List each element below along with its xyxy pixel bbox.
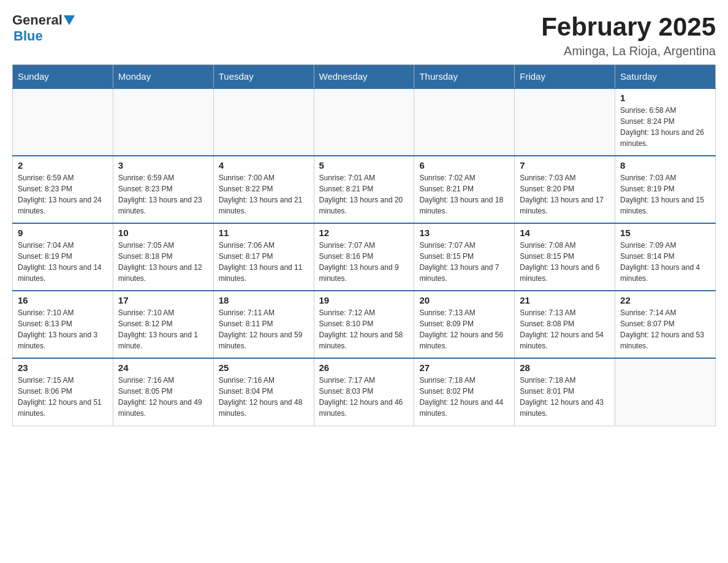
calendar-table: SundayMondayTuesdayWednesdayThursdayFrid… bbox=[12, 64, 716, 426]
svg-marker-0 bbox=[64, 15, 75, 25]
calendar-cell: 17Sunrise: 7:10 AM Sunset: 8:12 PM Dayli… bbox=[113, 291, 213, 358]
day-number: 23 bbox=[18, 362, 108, 373]
calendar-cell: 11Sunrise: 7:06 AM Sunset: 8:17 PM Dayli… bbox=[213, 223, 314, 291]
title-block: February 2025 Aminga, La Rioja, Argentin… bbox=[541, 12, 716, 58]
week-row-2: 2Sunrise: 6:59 AM Sunset: 8:23 PM Daylig… bbox=[13, 156, 716, 223]
calendar-cell: 16Sunrise: 7:10 AM Sunset: 8:13 PM Dayli… bbox=[13, 291, 113, 358]
calendar-cell bbox=[515, 88, 615, 156]
day-info: Sunrise: 6:58 AM Sunset: 8:24 PM Dayligh… bbox=[620, 105, 710, 149]
calendar-cell: 24Sunrise: 7:16 AM Sunset: 8:05 PM Dayli… bbox=[113, 358, 213, 426]
day-number: 25 bbox=[219, 362, 309, 373]
calendar-cell: 5Sunrise: 7:01 AM Sunset: 8:21 PM Daylig… bbox=[314, 156, 414, 223]
day-number: 5 bbox=[319, 160, 409, 170]
day-info: Sunrise: 7:15 AM Sunset: 8:06 PM Dayligh… bbox=[18, 375, 108, 419]
day-number: 15 bbox=[620, 228, 710, 238]
location-title: Aminga, La Rioja, Argentina bbox=[541, 44, 716, 58]
day-info: Sunrise: 7:06 AM Sunset: 8:17 PM Dayligh… bbox=[219, 240, 309, 284]
day-info: Sunrise: 6:59 AM Sunset: 8:23 PM Dayligh… bbox=[18, 172, 108, 216]
day-info: Sunrise: 7:07 AM Sunset: 8:16 PM Dayligh… bbox=[319, 240, 409, 284]
calendar-cell: 1Sunrise: 6:58 AM Sunset: 8:24 PM Daylig… bbox=[615, 88, 716, 156]
day-info: Sunrise: 7:18 AM Sunset: 8:01 PM Dayligh… bbox=[520, 375, 610, 419]
calendar-cell: 9Sunrise: 7:04 AM Sunset: 8:19 PM Daylig… bbox=[13, 223, 113, 291]
calendar-cell: 2Sunrise: 6:59 AM Sunset: 8:23 PM Daylig… bbox=[13, 156, 113, 223]
calendar-cell bbox=[414, 88, 515, 156]
calendar-cell: 12Sunrise: 7:07 AM Sunset: 8:16 PM Dayli… bbox=[314, 223, 414, 291]
day-number: 22 bbox=[620, 295, 710, 305]
day-number: 13 bbox=[419, 228, 509, 238]
day-info: Sunrise: 6:59 AM Sunset: 8:23 PM Dayligh… bbox=[118, 172, 208, 216]
day-number: 27 bbox=[419, 362, 509, 373]
weekday-header-row: SundayMondayTuesdayWednesdayThursdayFrid… bbox=[13, 65, 716, 89]
calendar-cell bbox=[113, 88, 213, 156]
day-info: Sunrise: 7:14 AM Sunset: 8:07 PM Dayligh… bbox=[620, 307, 710, 351]
calendar-cell: 26Sunrise: 7:17 AM Sunset: 8:03 PM Dayli… bbox=[314, 358, 414, 426]
day-info: Sunrise: 7:10 AM Sunset: 8:12 PM Dayligh… bbox=[118, 307, 208, 351]
weekday-header-friday: Friday bbox=[515, 65, 615, 89]
week-row-3: 9Sunrise: 7:04 AM Sunset: 8:19 PM Daylig… bbox=[13, 223, 716, 291]
calendar-cell: 18Sunrise: 7:11 AM Sunset: 8:11 PM Dayli… bbox=[213, 291, 314, 358]
week-row-1: 1Sunrise: 6:58 AM Sunset: 8:24 PM Daylig… bbox=[13, 88, 716, 156]
day-number: 7 bbox=[520, 160, 610, 170]
day-number: 2 bbox=[18, 160, 108, 170]
day-info: Sunrise: 7:18 AM Sunset: 8:02 PM Dayligh… bbox=[419, 375, 509, 419]
day-info: Sunrise: 7:04 AM Sunset: 8:19 PM Dayligh… bbox=[18, 240, 108, 284]
day-number: 1 bbox=[620, 93, 710, 103]
day-info: Sunrise: 7:00 AM Sunset: 8:22 PM Dayligh… bbox=[219, 172, 309, 216]
day-info: Sunrise: 7:12 AM Sunset: 8:10 PM Dayligh… bbox=[319, 307, 409, 351]
day-number: 16 bbox=[18, 295, 108, 305]
day-info: Sunrise: 7:03 AM Sunset: 8:20 PM Dayligh… bbox=[520, 172, 610, 216]
day-number: 28 bbox=[520, 362, 610, 373]
calendar-cell: 3Sunrise: 6:59 AM Sunset: 8:23 PM Daylig… bbox=[113, 156, 213, 223]
logo-triangle-icon bbox=[64, 15, 75, 26]
calendar-cell bbox=[213, 88, 314, 156]
weekday-header-tuesday: Tuesday bbox=[213, 65, 314, 89]
calendar-cell: 14Sunrise: 7:08 AM Sunset: 8:15 PM Dayli… bbox=[515, 223, 615, 291]
page-header: General Blue February 2025 Aminga, La Ri… bbox=[12, 12, 716, 58]
calendar-cell: 21Sunrise: 7:13 AM Sunset: 8:08 PM Dayli… bbox=[515, 291, 615, 358]
day-info: Sunrise: 7:13 AM Sunset: 8:08 PM Dayligh… bbox=[520, 307, 610, 351]
weekday-header-monday: Monday bbox=[113, 65, 213, 89]
calendar-cell bbox=[13, 88, 113, 156]
calendar-cell: 6Sunrise: 7:02 AM Sunset: 8:21 PM Daylig… bbox=[414, 156, 515, 223]
day-number: 18 bbox=[219, 295, 309, 305]
weekday-header-wednesday: Wednesday bbox=[314, 65, 414, 89]
calendar-cell bbox=[314, 88, 414, 156]
day-info: Sunrise: 7:17 AM Sunset: 8:03 PM Dayligh… bbox=[319, 375, 409, 419]
day-info: Sunrise: 7:02 AM Sunset: 8:21 PM Dayligh… bbox=[419, 172, 509, 216]
day-number: 19 bbox=[319, 295, 409, 305]
calendar-cell: 8Sunrise: 7:03 AM Sunset: 8:19 PM Daylig… bbox=[615, 156, 716, 223]
day-info: Sunrise: 7:11 AM Sunset: 8:11 PM Dayligh… bbox=[219, 307, 309, 351]
logo: General Blue bbox=[12, 12, 75, 44]
day-number: 4 bbox=[219, 160, 309, 170]
day-number: 12 bbox=[319, 228, 409, 238]
day-info: Sunrise: 7:16 AM Sunset: 8:04 PM Dayligh… bbox=[219, 375, 309, 419]
week-row-5: 23Sunrise: 7:15 AM Sunset: 8:06 PM Dayli… bbox=[13, 358, 716, 426]
day-info: Sunrise: 7:03 AM Sunset: 8:19 PM Dayligh… bbox=[620, 172, 710, 216]
calendar-cell: 4Sunrise: 7:00 AM Sunset: 8:22 PM Daylig… bbox=[213, 156, 314, 223]
day-number: 9 bbox=[18, 228, 108, 238]
calendar-cell: 22Sunrise: 7:14 AM Sunset: 8:07 PM Dayli… bbox=[615, 291, 716, 358]
day-number: 10 bbox=[118, 228, 208, 238]
day-number: 26 bbox=[319, 362, 409, 373]
day-info: Sunrise: 7:16 AM Sunset: 8:05 PM Dayligh… bbox=[118, 375, 208, 419]
day-number: 21 bbox=[520, 295, 610, 305]
day-number: 3 bbox=[118, 160, 208, 170]
calendar-cell: 7Sunrise: 7:03 AM Sunset: 8:20 PM Daylig… bbox=[515, 156, 615, 223]
calendar-cell: 10Sunrise: 7:05 AM Sunset: 8:18 PM Dayli… bbox=[113, 223, 213, 291]
day-number: 17 bbox=[118, 295, 208, 305]
weekday-header-sunday: Sunday bbox=[13, 65, 113, 89]
calendar-cell bbox=[615, 358, 716, 426]
day-info: Sunrise: 7:05 AM Sunset: 8:18 PM Dayligh… bbox=[118, 240, 208, 284]
calendar-cell: 25Sunrise: 7:16 AM Sunset: 8:04 PM Dayli… bbox=[213, 358, 314, 426]
day-number: 11 bbox=[219, 228, 309, 238]
day-number: 24 bbox=[118, 362, 208, 373]
logo-blue-text: Blue bbox=[13, 28, 43, 44]
month-title: February 2025 bbox=[541, 12, 716, 42]
calendar-cell: 13Sunrise: 7:07 AM Sunset: 8:15 PM Dayli… bbox=[414, 223, 515, 291]
day-number: 14 bbox=[520, 228, 610, 238]
day-number: 8 bbox=[620, 160, 710, 170]
calendar-cell: 23Sunrise: 7:15 AM Sunset: 8:06 PM Dayli… bbox=[13, 358, 113, 426]
day-number: 20 bbox=[419, 295, 509, 305]
week-row-4: 16Sunrise: 7:10 AM Sunset: 8:13 PM Dayli… bbox=[13, 291, 716, 358]
day-info: Sunrise: 7:07 AM Sunset: 8:15 PM Dayligh… bbox=[419, 240, 509, 284]
